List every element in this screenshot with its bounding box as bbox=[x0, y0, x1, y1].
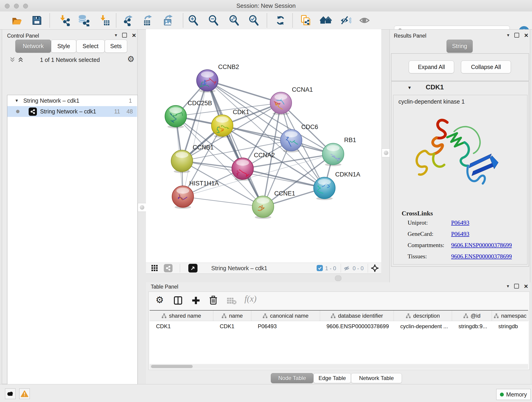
network-node-CDK1[interactable] bbox=[211, 115, 233, 138]
float-panel-icon[interactable]: ▾ bbox=[115, 32, 117, 38]
hidden-count: 0 - 0 bbox=[353, 265, 364, 272]
crosslink-value-link[interactable]: 9606.ENSP00000378699 bbox=[451, 242, 512, 249]
table-row[interactable]: CDK1CDK1P064939606.ENSP00000378699cyclin… bbox=[150, 321, 528, 332]
column-header-canonical-name[interactable]: canonical name bbox=[251, 311, 320, 321]
network-edges[interactable] bbox=[176, 80, 333, 207]
horizontal-splitter-handle[interactable] bbox=[335, 275, 341, 281]
scrollbar-thumb[interactable] bbox=[151, 365, 193, 368]
table-container: ⚙ bbox=[148, 292, 530, 370]
tab-edge-table[interactable]: Edge Table bbox=[313, 373, 351, 383]
pan-network-button[interactable] bbox=[370, 264, 379, 273]
zoom-fit-button[interactable] bbox=[228, 14, 240, 26]
tab-network-table[interactable]: Network Table bbox=[351, 373, 402, 383]
first-neighbors-button[interactable] bbox=[320, 14, 332, 26]
edge-HIST1H1A-CCNE1 bbox=[183, 197, 263, 207]
tab-network[interactable]: Network bbox=[15, 40, 51, 53]
cell[interactable]: CDK1 bbox=[213, 321, 251, 332]
network-node-CCNB1[interactable] bbox=[171, 150, 193, 173]
network-node-RB1[interactable] bbox=[322, 143, 344, 166]
cell[interactable]: CDK1 bbox=[150, 321, 213, 332]
create-column-button[interactable] bbox=[191, 296, 201, 305]
network-node-CDC6[interactable] bbox=[280, 129, 302, 153]
maximize-panel-icon[interactable] bbox=[514, 284, 519, 288]
warnings-button[interactable] bbox=[19, 389, 30, 399]
close-panel-icon[interactable]: × bbox=[524, 33, 528, 37]
column-header--id[interactable]: @id bbox=[452, 311, 492, 321]
tab-node-table[interactable]: Node Table bbox=[271, 373, 313, 383]
open-session-button[interactable] bbox=[11, 14, 23, 26]
column-header-name[interactable]: name bbox=[213, 311, 251, 321]
column-header-namespac[interactable]: namespac bbox=[492, 311, 529, 321]
selected-checkbox[interactable] bbox=[317, 265, 323, 271]
crosslink-value-link[interactable]: P06493 bbox=[451, 264, 469, 264]
memory-button[interactable]: Memory bbox=[496, 389, 531, 400]
delete-column-button[interactable] bbox=[209, 295, 218, 305]
maximize-panel-icon[interactable] bbox=[122, 33, 127, 38]
cell[interactable]: cyclin-dependent ... bbox=[394, 321, 452, 332]
network-row-selected[interactable]: String Network – cdk1 11 48 bbox=[7, 106, 137, 117]
network-node-CDC25B[interactable] bbox=[165, 105, 186, 128]
left-splitter-handle[interactable] bbox=[138, 203, 146, 212]
zoom-in-button[interactable] bbox=[187, 14, 199, 26]
float-panel-icon[interactable]: ▾ bbox=[507, 32, 509, 38]
column-header-description[interactable]: description bbox=[394, 311, 452, 321]
control-panel-title: Control Panel bbox=[7, 33, 39, 39]
network-collection-row[interactable]: ▼ String Network – cdk1 1 bbox=[7, 95, 137, 106]
collection-disclosure-icon[interactable]: ▼ bbox=[15, 98, 19, 103]
collapse-section-icon[interactable]: ▼ bbox=[407, 85, 412, 90]
crosslink-value-link[interactable]: P06493 bbox=[451, 230, 469, 237]
hide-selected-button[interactable] bbox=[340, 14, 351, 26]
network-graph[interactable]: CCNB2CCNA1CDC25BCDK1CDC6RB1CCNB1CCNA2CDK… bbox=[146, 29, 381, 263]
tab-sets[interactable]: Sets bbox=[105, 40, 127, 53]
column-header-shared-name[interactable]: shared name bbox=[150, 311, 213, 321]
crosslink-value-link[interactable]: P06493 bbox=[451, 219, 469, 226]
import-table-button[interactable] bbox=[99, 14, 110, 26]
import-network-button[interactable] bbox=[58, 14, 70, 26]
cell[interactable]: P06493 bbox=[251, 321, 320, 332]
cell[interactable]: stringdb:9... bbox=[452, 321, 492, 332]
network-badge-button[interactable] bbox=[164, 264, 172, 272]
crosslink-label: Uniprot: bbox=[408, 219, 451, 226]
crosslink-value-link[interactable]: 9606.ENSP00000378699 bbox=[451, 253, 512, 260]
collapse-all-networks-button[interactable] bbox=[9, 56, 16, 63]
expand-all-button[interactable]: Expand All bbox=[409, 61, 454, 73]
float-panel-icon[interactable]: ▾ bbox=[507, 283, 509, 289]
zoom-out-button[interactable] bbox=[208, 14, 220, 26]
network-canvas[interactable]: CCNB2CCNA1CDC25BCDK1CDC6RB1CCNB1CCNA2CDK… bbox=[146, 29, 381, 263]
hierarchy-icon bbox=[406, 313, 411, 318]
export-image-button[interactable] bbox=[162, 14, 174, 26]
right-splitter-handle[interactable] bbox=[382, 148, 390, 157]
collapse-all-button[interactable]: Collapse All bbox=[461, 61, 511, 73]
show-all-button[interactable] bbox=[359, 14, 371, 26]
tab-select[interactable]: Select bbox=[76, 40, 105, 53]
cell[interactable]: 9606.ENSP00000378699 bbox=[320, 321, 394, 332]
close-panel-icon[interactable]: × bbox=[524, 284, 528, 288]
table-panel-window-controls: ▾ × bbox=[507, 283, 528, 289]
grid-view-button[interactable] bbox=[151, 264, 158, 272]
export-network-icon bbox=[123, 15, 134, 26]
table-horizontal-scrollbar[interactable] bbox=[150, 364, 528, 369]
network-node-CDKN1A[interactable] bbox=[314, 177, 335, 200]
tab-string[interactable]: String bbox=[447, 40, 473, 53]
network-node-CCNE1[interactable] bbox=[252, 196, 274, 219]
import-network-from-database-button[interactable] bbox=[77, 14, 89, 26]
show-columns-button[interactable] bbox=[173, 296, 183, 305]
network-options-gear-icon[interactable]: ⚙ bbox=[127, 54, 134, 64]
cloud-status-button[interactable] bbox=[5, 389, 16, 399]
expand-all-networks-button[interactable] bbox=[17, 56, 24, 63]
close-panel-icon[interactable]: × bbox=[132, 33, 136, 37]
network-node-CCNA1[interactable] bbox=[270, 92, 292, 115]
column-header-database-identifier[interactable]: database identifier bbox=[320, 311, 394, 321]
save-session-button[interactable] bbox=[31, 14, 43, 26]
maximize-panel-icon[interactable] bbox=[514, 33, 519, 38]
export-network-button[interactable] bbox=[122, 14, 134, 26]
tab-style[interactable]: Style bbox=[51, 40, 76, 53]
clone-network-button[interactable] bbox=[300, 14, 312, 26]
table-options-gear-icon[interactable]: ⚙ bbox=[156, 294, 164, 305]
birds-eye-view-button[interactable] bbox=[188, 264, 197, 273]
refresh-button[interactable] bbox=[274, 14, 286, 26]
network-node-HIST1H1A[interactable] bbox=[172, 186, 194, 209]
cell[interactable]: stringdb bbox=[492, 321, 529, 332]
zoom-selected-button[interactable] bbox=[248, 14, 260, 26]
export-table-button[interactable] bbox=[142, 14, 154, 26]
